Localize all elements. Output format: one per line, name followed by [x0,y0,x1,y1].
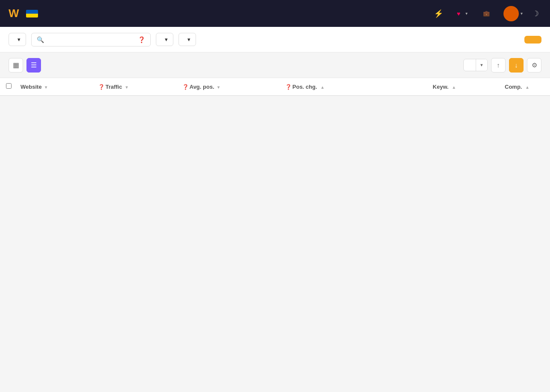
projects-nav[interactable]: 💼 [479,8,497,19]
avgpos-help-icon[interactable]: ❓ [182,84,189,90]
project-chevron-icon: ▾ [165,36,168,43]
sort-asc-button[interactable]: ↑ [491,58,506,73]
heart-icon: ♥ [457,10,460,17]
avatar-chevron-icon: ▾ [521,11,523,16]
search-input[interactable] [47,36,135,43]
col-comp: Comp. ▲ [459,78,533,96]
settings-button[interactable]: ⚙ [527,58,541,73]
avgpos-sort-icon[interactable]: ▾ [217,85,219,90]
sort-desc-icon: ↓ [515,61,518,69]
website-sort-icon[interactable]: ▾ [45,85,47,90]
add-website-button[interactable] [524,36,541,44]
sort-desc-button[interactable]: ↓ [509,58,524,73]
sort-label [464,62,476,68]
select-all-checkbox[interactable] [6,83,12,89]
search-help-icon[interactable]: ❓ [138,36,145,43]
device-dropdown[interactable]: ▾ [178,33,196,46]
user-avatar-button[interactable] [503,6,519,21]
my-websites-chevron-icon: ▾ [465,11,468,16]
grid-view-button[interactable]: ▦ [9,58,23,73]
search-icon: 🔍 [37,36,44,43]
period-chevron-icon: ▾ [18,36,20,43]
device-chevron-icon: ▾ [187,36,190,43]
gear-icon: ⚙ [532,61,537,69]
ukraine-flag-icon [26,10,38,17]
dark-mode-toggle[interactable]: ☽ [530,6,541,21]
sort-asc-icon: ↑ [497,61,500,69]
toolbar: ▾ 🔍 ❓ ▾ ▾ [0,27,550,52]
traffic-sort-icon[interactable]: ▾ [126,85,128,90]
period-dropdown[interactable]: ▾ [9,33,26,46]
traffic-help-icon[interactable]: ❓ [98,84,105,90]
col-traffic: ❓Traffic ▾ [95,78,179,96]
comp-sort-icon[interactable]: ▲ [525,85,530,90]
flash-icon-button[interactable]: ⚡ [431,6,446,21]
project-dropdown[interactable]: ▾ [156,33,173,46]
briefcase-icon: 💼 [483,10,490,17]
col-website: Website ▾ [17,78,95,96]
search-box: 🔍 ❓ [31,33,151,46]
list-icon: ☰ [31,61,37,69]
websites-table: Website ▾ ❓Traffic ▾ ❓Avg. pos. ▾ ❓Pos. … [0,78,550,96]
col-avgpos: ❓Avg. pos. ▾ [179,78,282,96]
logo-w-letter: W [9,7,19,20]
my-websites-nav[interactable]: ♥ ▾ [453,8,472,20]
col-keyw: Keyw. ▲ [389,78,459,96]
poschg-sort-icon[interactable]: ▲ [320,85,325,90]
sort-chevron-icon[interactable]: ▾ [476,59,487,71]
keyw-sort-icon[interactable]: ▲ [452,85,456,90]
logo: W [9,7,38,20]
sort-dropdown: ▾ [463,59,488,71]
poschg-help-icon[interactable]: ❓ [285,84,292,90]
col-poschg: ❓Pos. chg. ▲ [282,78,389,96]
grid-icon: ▦ [13,61,19,69]
view-controls: ▦ ☰ ▾ ↑ ↓ ⚙ [0,52,550,78]
top-navigation: W ⚡ ♥ ▾ 💼 ▾ ☽ [0,0,550,27]
list-view-button[interactable]: ☰ [26,58,41,73]
websites-table-container: Website ▾ ❓Traffic ▾ ❓Avg. pos. ▾ ❓Pos. … [0,78,550,96]
